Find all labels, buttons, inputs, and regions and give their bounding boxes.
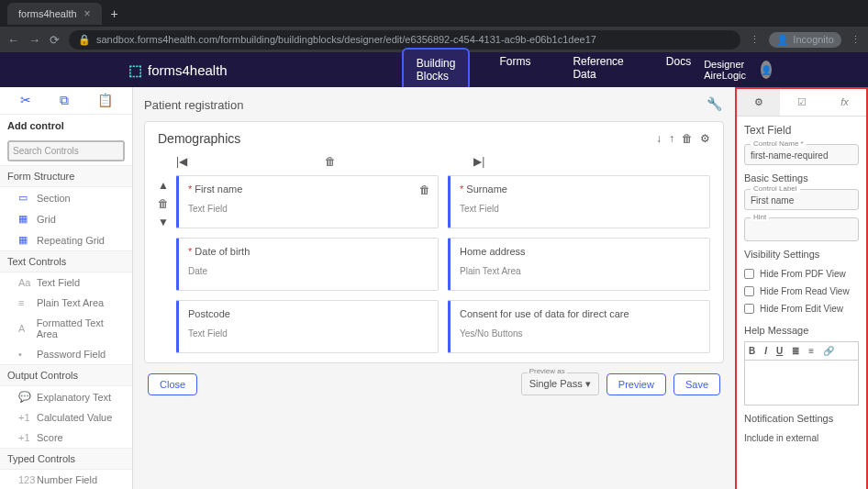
main-nav: Building Blocks Forms Reference Data Doc… — [402, 48, 704, 92]
copy-icon[interactable]: ⧉ — [60, 93, 69, 108]
close-icon[interactable]: × — [84, 7, 91, 20]
props-tab-validation[interactable]: ☑ — [780, 89, 823, 116]
field-postcode[interactable]: Postcode Text Field — [176, 300, 439, 353]
field-home-address[interactable]: Home address Plain Text Area — [448, 238, 710, 291]
page-title: Patient registration — [144, 98, 724, 112]
wrench-icon[interactable]: 🔧 — [707, 96, 722, 111]
text-field-icon: Aa — [18, 277, 31, 288]
add-control-header: Add control — [0, 115, 132, 137]
search-input[interactable]: Search Controls — [7, 140, 125, 161]
control-section[interactable]: ▭Section — [0, 187, 132, 208]
browser-tab-bar: forms4health × + — [0, 0, 868, 27]
control-formatted-text-area[interactable]: AFormatted Text Area — [0, 313, 132, 344]
control-plain-text-area[interactable]: ≡Plain Text Area — [0, 293, 132, 313]
browser-tab[interactable]: forms4health × — [7, 3, 102, 25]
basic-settings-header: Basic Settings — [744, 172, 859, 183]
field-dob[interactable]: * Date of birth Date — [176, 238, 439, 291]
gear-icon[interactable]: ⚙ — [700, 132, 710, 145]
section-typed-controls: Typed Controls — [0, 448, 132, 470]
control-calculated-value[interactable]: +1Calculated Value — [0, 407, 132, 428]
hint-input[interactable]: Hint — [744, 217, 859, 241]
control-repeating-grid[interactable]: ▦Repeating Grid — [0, 229, 132, 250]
delete-icon[interactable]: 🗑 — [682, 132, 693, 145]
row-delete-icon[interactable]: 🗑 — [158, 197, 169, 210]
props-tab-settings[interactable]: ⚙ — [737, 89, 780, 116]
control-text-field[interactable]: AaText Field — [0, 272, 132, 293]
props-tab-fx[interactable]: fx — [823, 89, 866, 116]
control-number-field[interactable]: 123Number Field — [0, 470, 132, 489]
field-consent[interactable]: Consent for use of data for direct care … — [448, 300, 710, 353]
textarea-icon: ≡ — [18, 297, 31, 308]
logo[interactable]: ⬚ forms4health — [128, 61, 228, 79]
incognito-icon: 👤 — [776, 34, 789, 46]
repeating-grid-icon: ▦ — [18, 234, 31, 246]
help-message-input[interactable] — [744, 360, 859, 406]
arrow-down-icon[interactable]: ▼ — [158, 216, 169, 228]
url-input[interactable]: 🔒 sandbox.forms4health.com/formbuilding/… — [69, 30, 740, 50]
cut-icon[interactable]: ✂ — [20, 93, 31, 108]
explanatory-icon: 💬 — [18, 391, 31, 403]
control-explanatory-text[interactable]: 💬Explanatory Text — [0, 386, 132, 407]
form-canvas: Patient registration 🔧 Demographics ↓ ↑ … — [133, 87, 735, 489]
paste-icon[interactable]: 📋 — [97, 93, 113, 108]
preview-as-select[interactable]: Preview as Single Pass ▾ — [521, 372, 599, 395]
arrow-up-icon[interactable]: ▲ — [158, 179, 169, 192]
rte-toolbar: B I U ≣ ≡ 🔗 — [744, 341, 859, 360]
gear-icon: ⚙ — [754, 96, 763, 107]
control-grid[interactable]: ▦Grid — [0, 208, 132, 229]
logo-icon: ⬚ — [128, 61, 142, 79]
italic-icon[interactable]: I — [764, 346, 767, 356]
underline-icon[interactable]: U — [776, 346, 783, 356]
seq-last-icon[interactable]: ▶| — [473, 155, 484, 168]
number-icon: 123 — [18, 474, 31, 485]
field-surname[interactable]: * Surname Text Field — [448, 175, 710, 228]
list-ol-icon[interactable]: ≣ — [792, 346, 799, 356]
field-first-name[interactable]: * First name Text Field 🗑 — [176, 175, 439, 228]
share-icon[interactable]: ⋮ — [750, 34, 760, 46]
section-output-controls: Output Controls — [0, 364, 132, 386]
section-form-structure: Form Structure — [0, 165, 132, 187]
properties-panel: ⚙ ☑ fx Text Field Control Name * first-n… — [735, 87, 868, 489]
field-delete-icon[interactable]: 🗑 — [419, 183, 430, 196]
hide-pdf-checkbox[interactable]: Hide From PDF View — [744, 265, 859, 283]
reload-icon[interactable]: ⟳ — [50, 33, 60, 47]
bold-icon[interactable]: B — [749, 346, 755, 356]
props-title: Text Field — [744, 124, 859, 137]
control-password-field[interactable]: •Password Field — [0, 344, 132, 364]
move-up-icon[interactable]: ↑ — [669, 132, 674, 145]
hide-read-checkbox[interactable]: Hide From Read View — [744, 283, 859, 300]
checkbox-icon — [744, 304, 754, 314]
move-down-icon[interactable]: ↓ — [656, 132, 662, 145]
checkbox-icon — [744, 269, 754, 279]
calc-icon: +1 — [18, 412, 31, 423]
back-icon[interactable]: ← — [7, 33, 19, 47]
nav-reference-data[interactable]: Reference Data — [560, 48, 636, 92]
password-icon: • — [18, 349, 31, 360]
seq-delete-icon[interactable]: 🗑 — [325, 155, 336, 168]
control-score[interactable]: +1Score — [0, 428, 132, 448]
include-external-checkbox[interactable]: Include in external — [744, 429, 859, 447]
link-icon[interactable]: 🔗 — [823, 346, 834, 356]
menu-icon[interactable]: ⋮ — [851, 34, 861, 46]
seq-first-icon[interactable]: |◀ — [176, 155, 187, 168]
close-button[interactable]: Close — [148, 373, 197, 395]
save-button[interactable]: Save — [673, 373, 720, 395]
preview-button[interactable]: Preview — [606, 373, 666, 395]
hide-edit-checkbox[interactable]: Hide From Edit View — [744, 300, 859, 317]
avatar[interactable]: 👤 — [761, 61, 772, 79]
nav-forms[interactable]: Forms — [486, 48, 543, 92]
grid-icon: ▦ — [18, 213, 31, 225]
app-header: ⬚ forms4health Building Blocks Forms Ref… — [0, 52, 868, 87]
list-ul-icon[interactable]: ≡ — [808, 346, 814, 356]
control-name-input[interactable]: Control Name * first-name-required — [744, 144, 859, 165]
nav-building-blocks[interactable]: Building Blocks — [402, 48, 471, 92]
controls-sidebar: ✂ ⧉ 📋 Add control Search Controls Form S… — [0, 87, 133, 489]
chevron-down-icon: ▾ — [585, 378, 591, 389]
help-message-header: Help Message — [744, 325, 859, 336]
section-text-controls: Text Controls — [0, 250, 132, 272]
demographics-block: Demographics ↓ ↑ 🗑 ⚙ |◀ 🗑 ▶| ▲ 🗑 ▼ — [144, 121, 724, 363]
new-tab-button[interactable]: + — [111, 6, 118, 21]
control-label-input[interactable]: Control Label First name — [744, 189, 859, 210]
nav-docs[interactable]: Docs — [653, 48, 704, 92]
score-icon: +1 — [18, 432, 31, 443]
